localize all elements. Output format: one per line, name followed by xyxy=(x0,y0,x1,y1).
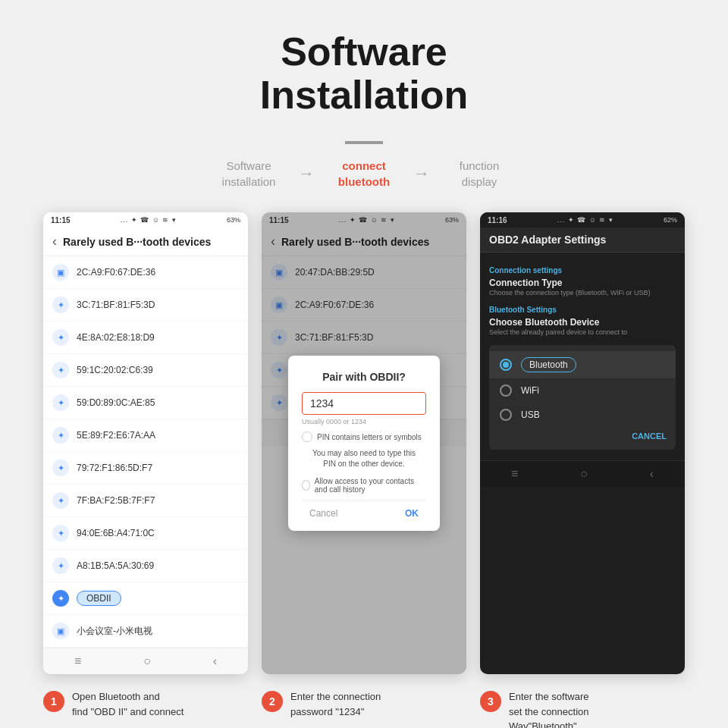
list-item[interactable]: ▣ 2C:A9:F0:67:DE:36 xyxy=(43,256,248,289)
step1-label: Softwareinstallation xyxy=(207,158,290,190)
instruction-item-3: 3 Enter the softwareset the connectionWa… xyxy=(480,689,685,728)
bt-cancel-button[interactable]: CANCEL xyxy=(489,427,676,444)
usb-radio xyxy=(500,409,512,421)
list-item[interactable]: ▣ 小会议室-小米电视 xyxy=(43,615,248,648)
page-header: Software Installation xyxy=(0,0,728,132)
device-icon-bt: ✦ xyxy=(52,427,69,444)
step-number-3: 3 xyxy=(480,691,501,712)
dialog-note: You may also need to type thisPIN on the… xyxy=(302,448,426,469)
contacts-option: Allow access to your contacts and call h… xyxy=(302,477,426,494)
bluetooth-radio-inner xyxy=(503,362,509,368)
contacts-radio xyxy=(302,480,310,491)
usb-label: USB xyxy=(521,410,540,420)
back-button[interactable]: ‹ xyxy=(650,467,654,481)
step-number-2: 2 xyxy=(262,691,283,712)
list-item[interactable]: ✦ OBDII xyxy=(43,582,248,615)
menu-button[interactable]: ≡ xyxy=(511,467,518,481)
dialog-ok-button[interactable]: OK xyxy=(397,507,426,520)
bluetooth-radio xyxy=(500,359,512,371)
pin-option-checkbox: PIN contains letters or symbols xyxy=(302,431,426,442)
arrow2-icon: → xyxy=(413,164,430,184)
phone1-nav-title: Rarely used B···tooth devices xyxy=(63,236,211,248)
phone1-nav-bar: ‹ Rarely used B···tooth devices xyxy=(43,228,248,256)
instruction-text-2: Enter the connectionpassword "1234" xyxy=(290,689,381,719)
bt-option-wifi[interactable]: WiFi xyxy=(489,378,676,403)
phone3-settings-screen: Connection settings Connection Type Choo… xyxy=(480,253,685,460)
bt-options-dialog: Bluetooth WiFi USB CANCEL xyxy=(489,345,676,450)
phone1-back-button[interactable]: ‹ xyxy=(52,234,57,249)
device-icon-bt: ✦ xyxy=(52,525,69,541)
device-icon-bt-selected: ✦ xyxy=(52,590,69,607)
home-button[interactable]: ○ xyxy=(580,467,588,481)
pin-hint: Usually 0000 or 1234 xyxy=(302,418,426,425)
bt-option-usb[interactable]: USB xyxy=(489,403,676,427)
list-item[interactable]: ✦ 59:1C:20:02:C6:39 xyxy=(43,354,248,387)
phone3: 11:16 ... ✦ ☎ ☺ ≋ ▾ 62% OBD2 Adapter Set… xyxy=(480,212,685,674)
instruction-item-2: 2 Enter the connectionpassword "1234" xyxy=(262,689,466,728)
step-number-1: 1 xyxy=(43,691,64,712)
device-icon-bt: ✦ xyxy=(52,362,69,378)
device-icon-bt: ✦ xyxy=(52,329,69,346)
phone1: 11:15 ... ✦ ☎ ☺ ≋ ▾ 63% ‹ Rarely used B·… xyxy=(43,212,248,674)
connection-section-title: Connection settings xyxy=(489,266,676,275)
dialog-title: Pair with OBDII? xyxy=(302,371,426,383)
phone1-icons: ... ✦ ☎ ☺ ≋ ▾ xyxy=(121,216,177,224)
list-item[interactable]: ✦ 94:0E:6B:A4:71:0C xyxy=(43,517,248,550)
pin-option-radio xyxy=(302,431,312,442)
choose-bt-sub: Select the already paired device to conn… xyxy=(489,328,676,337)
device-icon-square: ▣ xyxy=(52,623,69,639)
pin-input[interactable]: 1234 xyxy=(302,392,426,415)
back-button[interactable]: ‹ xyxy=(213,654,217,668)
dialog-buttons: Cancel OK xyxy=(302,500,426,520)
header-divider xyxy=(345,141,383,144)
phones-container: 11:15 ... ✦ ☎ ☺ ≋ ▾ 63% ‹ Rarely used B·… xyxy=(0,212,728,674)
contacts-label: Allow access to your contacts and call h… xyxy=(315,477,426,494)
pin-option-label: PIN contains letters or symbols xyxy=(317,433,422,441)
phone3-icons: ... ✦ ☎ ☺ ≋ ▾ xyxy=(557,216,613,224)
step2-label: connectbluetooth xyxy=(322,158,406,190)
phone1-battery: 63% xyxy=(227,216,240,224)
phone3-screen-title: OBD2 Adapter Settings xyxy=(489,234,606,246)
bluetooth-label: Bluetooth xyxy=(521,357,576,372)
choose-bt-label: Choose Bluetooth Device xyxy=(489,317,676,328)
device-icon-bt: ✦ xyxy=(52,557,69,574)
home-button[interactable]: ○ xyxy=(143,654,151,668)
phone3-status-bar: 11:16 ... ✦ ☎ ☺ ≋ ▾ 62% xyxy=(480,212,685,228)
menu-button[interactable]: ≡ xyxy=(74,654,81,668)
phone1-time: 11:15 xyxy=(51,216,71,224)
step3-label: functiondisplay xyxy=(438,158,521,190)
connection-type-sub: Choose the connection type (Bluetooth, W… xyxy=(489,289,676,298)
phone2: 11:15 ... ✦ ☎ ☺ ≋ ▾ 63% ‹ Rarely used B·… xyxy=(262,212,466,674)
list-item[interactable]: ✦ 7F:BA:F2:5B:7F:F7 xyxy=(43,485,248,517)
phone1-status-bar: 11:15 ... ✦ ☎ ☺ ≋ ▾ 63% xyxy=(43,212,248,228)
instruction-item-1: 1 Open Bluetooth andfind "OBD II" and co… xyxy=(43,689,248,728)
list-item[interactable]: ✦ 4E:8A:02:E8:18:D9 xyxy=(43,322,248,354)
connection-type-row[interactable]: Connection Type Choose the connection ty… xyxy=(489,278,676,298)
instructions-row: 1 Open Bluetooth andfind "OBD II" and co… xyxy=(0,674,728,728)
device-icon-bt: ✦ xyxy=(52,297,69,313)
list-item[interactable]: ✦ 3C:71:BF:81:F5:3D xyxy=(43,289,248,322)
device-icon-square: ▣ xyxy=(52,264,69,281)
phone3-nav-bar: OBD2 Adapter Settings xyxy=(480,228,685,253)
pair-dialog: Pair with OBDII? 1234 Usually 0000 or 12… xyxy=(288,356,440,531)
list-item[interactable]: ✦ 79:72:F1:86:5D:F7 xyxy=(43,452,248,485)
list-item[interactable]: ✦ A8:1B:5A:5A:30:69 xyxy=(43,550,248,582)
pair-dialog-overlay: Pair with OBDII? 1234 Usually 0000 or 12… xyxy=(262,212,466,674)
instruction-text-3: Enter the softwareset the connectionWay"… xyxy=(509,689,589,728)
arrow1-icon: → xyxy=(298,164,315,184)
bt-option-bluetooth[interactable]: Bluetooth xyxy=(489,351,676,378)
device-icon-bt: ✦ xyxy=(52,394,69,411)
choose-bt-row[interactable]: Choose Bluetooth Device Select the alrea… xyxy=(489,317,676,337)
wifi-radio xyxy=(500,384,512,397)
connection-type-label: Connection Type xyxy=(489,278,676,288)
list-item[interactable]: ✦ 5E:89:F2:E6:7A:AA xyxy=(43,419,248,452)
dialog-cancel-button[interactable]: Cancel xyxy=(302,507,345,520)
wifi-label: WiFi xyxy=(521,385,539,396)
phone3-time: 11:16 xyxy=(488,216,507,224)
phone3-battery: 62% xyxy=(664,216,677,224)
bt-section-title: Bluetooth Settings xyxy=(489,306,676,314)
instruction-text-1: Open Bluetooth andfind "OBD II" and conn… xyxy=(72,689,184,719)
phone1-device-list: ▣ 2C:A9:F0:67:DE:36 ✦ 3C:71:BF:81:F5:3D … xyxy=(43,256,248,648)
device-icon-bt: ✦ xyxy=(52,492,69,509)
list-item[interactable]: ✦ 59:D0:89:0C:AE:85 xyxy=(43,387,248,419)
